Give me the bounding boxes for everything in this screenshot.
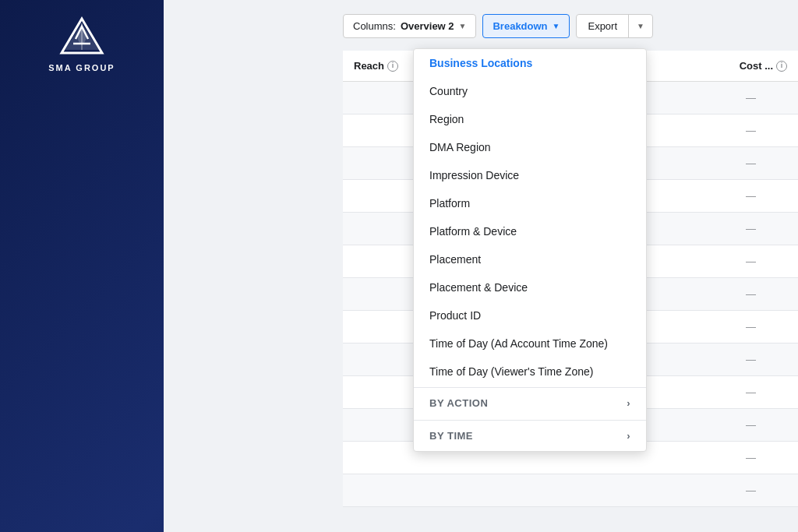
dash-cell: — [746,190,756,202]
dropdown-item-business-locations[interactable]: Business Locations [414,49,646,77]
dropdown-item-label: Time of Day (Viewer's Time Zone) [429,365,593,378]
columns-label: Columns: [353,20,396,32]
export-button-group[interactable]: Export ▼ [576,14,652,38]
breakdown-chevron-icon: ▼ [553,22,560,30]
cost-info-icon[interactable]: i [776,61,787,72]
dropdown-section-by-action-item[interactable]: BY ACTION › [414,388,646,418]
dropdown-item-platform-device[interactable]: Platform & Device [414,217,646,245]
dropdown-item-label: Placement [429,253,481,266]
dropdown-section-by-time-item[interactable]: BY TIME › [414,421,646,451]
dropdown-item-time-ad-account[interactable]: Time of Day (Ad Account Time Zone) [414,329,646,358]
dropdown-item-placement[interactable]: Placement [414,245,646,273]
dropdown-item-label: Impression Device [429,169,519,181]
export-chevron-icon[interactable]: ▼ [629,16,652,36]
breakdown-label: Breakdown [493,20,547,32]
chevron-right-icon: › [627,397,630,409]
dropdown-item-platform[interactable]: Platform [414,189,646,217]
table-row: — [343,474,798,507]
dash-cell: — [746,321,756,333]
chevron-right-icon: › [627,430,630,442]
dropdown-item-label: Region [429,113,464,125]
dropdown-section-by-time: BY TIME › [414,420,646,451]
dropdown-item-impression-device[interactable]: Impression Device [414,161,646,189]
export-label[interactable]: Export [577,15,629,37]
main-area: Columns: Overview 2 ▼ Breakdown ▼ Export… [164,0,798,532]
columns-chevron-icon: ▼ [459,22,467,30]
dropdown-item-dma-region[interactable]: DMA Region [414,133,646,161]
dash-cell: — [746,157,756,169]
dropdown-item-label: Product ID [429,309,481,322]
sma-logo-icon [58,16,105,58]
section-label: BY TIME [429,430,473,442]
dropdown-item-label: Time of Day (Ad Account Time Zone) [429,337,608,350]
logo-text: SMA GROUP [48,63,115,72]
dash-cell: — [746,386,756,398]
dash-cell: — [746,354,756,365]
dropdown-item-region[interactable]: Region [414,105,646,133]
dropdown-item-label: Placement & Device [429,281,528,294]
dropdown-item-country[interactable]: Country [414,77,646,105]
dropdown-item-label: DMA Region [429,141,491,153]
reach-info-icon[interactable]: i [387,61,398,72]
columns-value: Overview 2 [401,20,454,32]
toolbar: Columns: Overview 2 ▼ Breakdown ▼ Export… [343,14,782,38]
dash-cell: — [746,484,756,496]
dropdown-item-label: Platform [429,197,470,210]
dropdown-item-label: Business Locations [429,57,532,69]
columns-button[interactable]: Columns: Overview 2 ▼ [343,14,476,38]
dropdown-item-time-viewer[interactable]: Time of Day (Viewer's Time Zone) [414,358,646,386]
dash-cell: — [746,419,756,431]
dash-cell: — [746,223,756,234]
dash-cell: — [746,452,756,463]
breakdown-dropdown: Business Locations Country Region DMA Re… [413,48,647,452]
logo-area: SMA GROUP [16,16,148,72]
dash-cell: — [746,288,756,300]
dropdown-section-by-action: BY ACTION › [414,387,646,418]
dash-cell: — [746,255,756,267]
dropdown-item-placement-device[interactable]: Placement & Device [414,273,646,301]
section-label: BY ACTION [429,397,488,409]
dropdown-item-label: Country [429,85,468,97]
breakdown-button[interactable]: Breakdown ▼ [482,14,570,38]
reach-label: Reach [354,60,384,72]
cost-label: Cost ... [740,60,773,72]
dropdown-item-label: Platform & Device [429,225,517,238]
dash-cell: — [746,125,756,136]
dash-cell: — [746,92,756,104]
cost-column-header: Cost ... i [689,60,798,72]
dropdown-item-product-id[interactable]: Product ID [414,301,646,329]
